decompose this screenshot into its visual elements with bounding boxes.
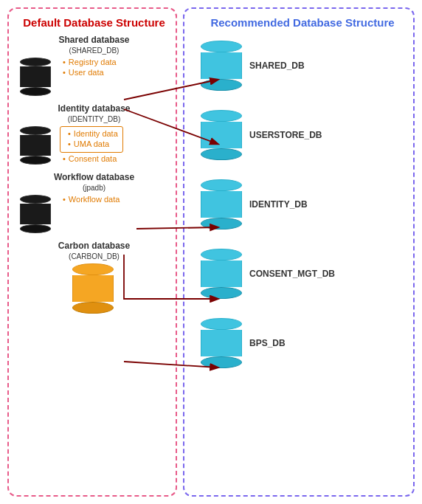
userstore-db-right-label: USERSTORE_DB xyxy=(249,130,322,140)
shared-db-row: Registry data User data xyxy=(20,58,168,96)
workflow-db-bullets: Workflow data xyxy=(63,195,120,205)
shared-db-section: Shared database (SHARED_DB) Registry dat… xyxy=(20,35,168,96)
identity-boxed-bullets: Identity data UMA data xyxy=(60,126,123,153)
workflow-db-sublabel: (jpadb) xyxy=(20,184,168,192)
identity-db-right-icon xyxy=(199,179,243,229)
shared-db-right-icon xyxy=(199,41,243,91)
left-panel: Default Database Structure Shared databa… xyxy=(7,7,177,497)
workflow-db-label: Workflow database xyxy=(20,172,168,182)
shared-db-bullets: Registry data User data xyxy=(63,58,117,78)
shared-db-sublabel: (SHARED_DB) xyxy=(20,46,168,55)
identity-db-label: Identity database xyxy=(20,103,168,114)
right-consent-row: CONSENT_MGT_DB xyxy=(199,249,406,299)
identity-db-row: Identity data UMA data Consent data xyxy=(20,126,168,165)
userstore-db-right-icon xyxy=(199,110,243,160)
right-db-list: SHARED_DB USERSTORE_DB IDENTITY_DB xyxy=(199,41,406,368)
right-shared-row: SHARED_DB xyxy=(199,41,406,91)
consent-db-right-label: CONSENT_MGT_DB xyxy=(249,269,335,279)
shared-bullet-1: Registry data xyxy=(63,58,117,66)
identity-bullet-1: Identity data xyxy=(68,129,118,138)
workflow-db-section: Workflow database (jpadb) Workflow data xyxy=(20,172,168,233)
workflow-bullet-1: Workflow data xyxy=(63,195,120,204)
carbon-db-icon xyxy=(72,263,117,314)
consent-db-right-icon xyxy=(199,249,243,299)
identity-db-icon xyxy=(20,126,54,165)
right-userstore-row: USERSTORE_DB xyxy=(199,110,406,160)
shared-db-right-label: SHARED_DB xyxy=(249,61,305,71)
identity-bullet-2: UMA data xyxy=(68,139,118,148)
identity-db-sublabel: (IDENTITY_DB) xyxy=(20,115,168,123)
carbon-db-label: Carbon database xyxy=(20,241,168,251)
left-panel-title: Default Database Structure xyxy=(20,16,168,29)
main-container: Default Database Structure Shared databa… xyxy=(0,0,422,504)
workflow-db-row: Workflow data xyxy=(20,195,168,233)
right-bps-row: BPS_DB xyxy=(199,318,406,368)
identity-db-right-label: IDENTITY_DB xyxy=(249,199,308,210)
right-panel-title: Recommended Database Structure xyxy=(199,16,406,29)
shared-bullet-2: User data xyxy=(63,68,117,77)
right-identity-row: IDENTITY_DB xyxy=(199,179,406,229)
bps-db-right-label: BPS_DB xyxy=(249,338,286,348)
carbon-db-section: Carbon database (CARBON_DB) xyxy=(20,241,168,314)
identity-bullet-3: Consent data xyxy=(63,154,123,163)
identity-bullets-container: Identity data UMA data Consent data xyxy=(60,126,123,165)
workflow-db-icon xyxy=(20,195,54,233)
carbon-db-sublabel: (CARBON_DB) xyxy=(20,252,168,260)
right-panel: Recommended Database Structure SHARED_DB… xyxy=(183,7,415,497)
identity-db-section: Identity database (IDENTITY_DB) Identity… xyxy=(20,103,168,165)
shared-db-icon xyxy=(20,58,54,96)
shared-db-label: Shared database xyxy=(20,35,168,45)
bps-db-right-icon xyxy=(199,318,243,368)
